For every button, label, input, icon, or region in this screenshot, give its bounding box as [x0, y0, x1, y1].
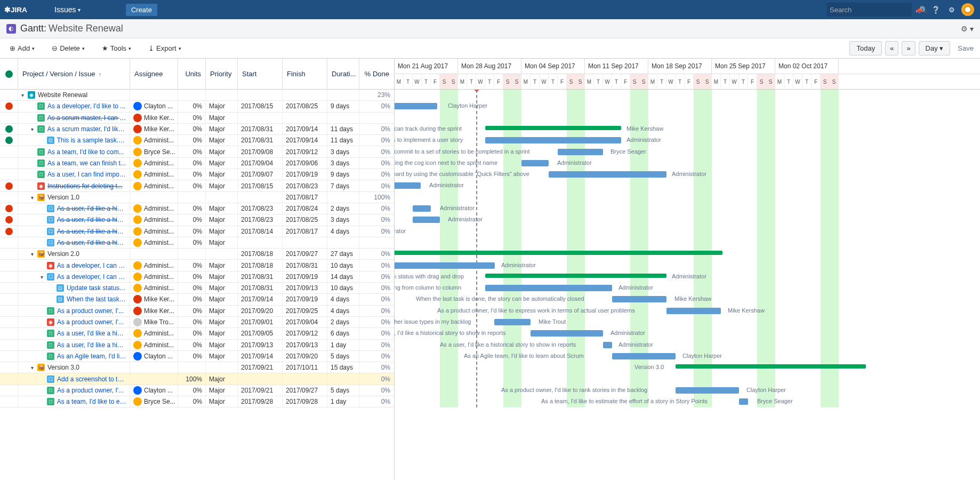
- col-status[interactable]: [0, 59, 18, 89]
- issue-name[interactable]: As a user, I'd like a hist...: [57, 239, 126, 246]
- grid-row[interactable]: ▾📦Version 2.0 2017/08/18 2017/09/27 27 d…: [0, 249, 394, 260]
- delete-button[interactable]: ⊖Delete▾: [49, 42, 88, 54]
- col-finish[interactable]: Finish: [283, 59, 327, 89]
- gantt-summary-bar[interactable]: [395, 251, 722, 255]
- grid-row[interactable]: □As a product owner, I'... Mike Ker... 0…: [0, 306, 394, 317]
- col-assignee[interactable]: Assignee: [130, 59, 178, 89]
- col-priority[interactable]: Priority: [206, 59, 238, 89]
- col-done[interactable]: % Done: [359, 59, 393, 89]
- gantt-task-bar[interactable]: [549, 171, 666, 178]
- gantt-task-bar[interactable]: [521, 160, 549, 166]
- issue-name[interactable]: As a user, I'd like a hist...: [57, 341, 126, 349]
- search-input[interactable]: [830, 6, 919, 14]
- grid-row[interactable]: ⊡This is a sample task. T... Administ...…: [0, 135, 394, 146]
- expand-toggle[interactable]: ▾: [31, 251, 36, 257]
- expand-toggle[interactable]: ▾: [21, 92, 27, 98]
- feedback-icon[interactable]: 📣: [912, 0, 928, 19]
- grid-row[interactable]: □As a developer, I'd like to ... Clayton…: [0, 101, 394, 112]
- issue-name[interactable]: As a product owner, I'...: [57, 387, 124, 394]
- grid-row[interactable]: □As a team, I'd like to es... Bryce Se..…: [0, 396, 394, 407]
- gantt-task-bar[interactable]: [485, 137, 621, 143]
- gantt-task-bar[interactable]: [485, 285, 612, 291]
- grid-row[interactable]: □As a user, I'd like a hist... Administ.…: [0, 340, 394, 351]
- col-name[interactable]: Project / Version / Issue↑: [18, 59, 130, 89]
- issue-name[interactable]: As a developer, I can u...: [57, 262, 126, 269]
- grid-row[interactable]: ◉Instructions for deleting t... Administ…: [0, 180, 394, 191]
- create-button[interactable]: Create: [126, 4, 157, 16]
- issue-name[interactable]: As a developer, I can u...: [57, 273, 126, 281]
- expand-toggle[interactable]: ▾: [31, 195, 36, 200]
- grid-row[interactable]: ◉As a product owner, I'... Mike Tro... 0…: [0, 317, 394, 328]
- search-box[interactable]: 🔍: [826, 3, 912, 17]
- issue-name[interactable]: As a team, we can finish t...: [47, 159, 126, 167]
- gantt-body[interactable]: Clayton HarperMike Kershawe can track du…: [395, 90, 980, 407]
- gantt-task-bar[interactable]: [676, 387, 739, 394]
- issue-name[interactable]: When the last task ...: [67, 295, 126, 303]
- issue-name[interactable]: This is a sample task. T...: [57, 137, 126, 144]
- gantt-task-bar[interactable]: [413, 205, 431, 212]
- grid-row[interactable]: ⊡Update task status ... Administ... 0% M…: [0, 283, 394, 294]
- col-duration[interactable]: Durati...: [327, 59, 359, 89]
- settings-icon[interactable]: ⚙: [944, 0, 960, 19]
- user-avatar[interactable]: [960, 0, 976, 19]
- gantt-task-bar[interactable]: [395, 262, 495, 269]
- issue-name[interactable]: As a scrum master, I can s...: [47, 114, 126, 122]
- gantt-summary-bar[interactable]: [485, 274, 666, 278]
- today-button[interactable]: Today: [849, 41, 882, 55]
- grid-row[interactable]: □As a user, I'd like a hist... Administ.…: [0, 328, 394, 339]
- grid-row[interactable]: □As an Agile team, I'd lik... Clayton ..…: [0, 351, 394, 362]
- issue-name[interactable]: Instructions for deleting t...: [47, 182, 123, 190]
- issue-name[interactable]: Update task status ...: [67, 284, 126, 292]
- gantt-summary-bar[interactable]: [485, 126, 621, 130]
- grid-row[interactable]: ☐Add a screenshot to th... 100% Major 0%: [0, 373, 394, 385]
- gantt-task-bar[interactable]: [494, 319, 531, 325]
- issue-name[interactable]: As a product owner, I'...: [57, 307, 124, 315]
- issue-name[interactable]: As a team, I'd like to com...: [47, 148, 124, 156]
- issue-name[interactable]: As a user, I can find impor...: [47, 171, 126, 178]
- expand-toggle[interactable]: ▾: [31, 365, 36, 370]
- page-settings-icon[interactable]: ⚙ ▾: [961, 25, 974, 33]
- issue-name[interactable]: Add a screenshot to th...: [57, 375, 126, 383]
- next-button[interactable]: »: [902, 41, 915, 55]
- grid-row[interactable]: ▾☐As a developer, I can u... Administ...…: [0, 271, 394, 283]
- grid-row[interactable]: □As a team, we can finish t... Administ.…: [0, 158, 394, 169]
- nav-issues[interactable]: Issues▾: [49, 0, 123, 19]
- tools-button[interactable]: ★Tools▾: [99, 42, 134, 54]
- prev-button[interactable]: «: [885, 41, 898, 55]
- issue-name[interactable]: As a user, I'd like a hist...: [57, 205, 126, 212]
- issue-name[interactable]: As a developer, I'd like to ...: [47, 102, 125, 110]
- gantt-task-bar[interactable]: [395, 103, 437, 109]
- expand-toggle[interactable]: ▾: [41, 274, 46, 279]
- grid-row[interactable]: ⊡When the last task ... Mike Ker... 0% M…: [0, 294, 394, 305]
- jira-logo[interactable]: ✱JIRA: [4, 5, 43, 14]
- grid-row[interactable]: □As a team, I'd like to com... Bryce Se.…: [0, 146, 394, 157]
- grid-row[interactable]: ▾📦Version 3.0 2017/09/21 2017/10/11 15 d…: [0, 362, 394, 373]
- gantt-task-bar[interactable]: [666, 308, 721, 314]
- gantt-summary-bar[interactable]: [676, 364, 866, 369]
- issue-name[interactable]: As an Agile team, I'd lik...: [57, 353, 126, 360]
- col-units[interactable]: Units: [178, 59, 206, 89]
- gantt-task-bar[interactable]: [603, 342, 612, 348]
- help-icon[interactable]: ❔: [928, 0, 944, 19]
- grid-row[interactable]: ▾□As a scrum master, I'd like ... Mike K…: [0, 124, 394, 135]
- grid-row[interactable]: □As a scrum master, I can s... Mike Ker.…: [0, 113, 394, 124]
- issue-name[interactable]: As a user, I'd like a hist...: [57, 228, 126, 235]
- grid-row[interactable]: ☐As a user, I'd like a hist... Administ.…: [0, 237, 394, 249]
- grid-row[interactable]: ▾📦Version 1.0 2017/08/17 100%: [0, 192, 394, 203]
- grid-row[interactable]: ☐As a user, I'd like a hist... Administ.…: [0, 203, 394, 214]
- grid-row[interactable]: ◉As a developer, I can u... Administ... …: [0, 260, 394, 271]
- gantt-task-bar[interactable]: [612, 353, 676, 359]
- issue-name[interactable]: As a user, I'd like a hist...: [57, 216, 126, 223]
- gantt-task-bar[interactable]: [612, 296, 666, 302]
- gantt-task-bar[interactable]: [558, 149, 603, 155]
- issue-name[interactable]: As a user, I'd like a hist...: [57, 330, 126, 337]
- gantt-task-bar[interactable]: [739, 398, 748, 405]
- gantt-task-bar[interactable]: [395, 182, 421, 189]
- gantt-task-bar[interactable]: [413, 217, 440, 223]
- issue-name[interactable]: As a team, I'd like to es...: [57, 398, 126, 405]
- grid-row[interactable]: □As a user, I can find impor... Administ…: [0, 169, 394, 180]
- grid-row[interactable]: ☐As a user, I'd like a hist... Administ.…: [0, 226, 394, 237]
- grid-row[interactable]: ▾◉Website Renewal 23%: [0, 90, 394, 101]
- grid-row[interactable]: □As a product owner, I'... Clayton ... 0…: [0, 385, 394, 396]
- issue-name[interactable]: As a scrum master, I'd like ...: [47, 125, 126, 133]
